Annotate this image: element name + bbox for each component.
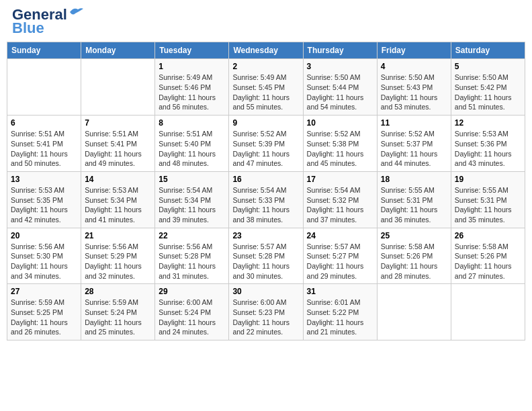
day-info: Sunrise: 5:51 AM Sunset: 5:40 PM Dayligh…: [159, 129, 225, 169]
day-number: 7: [85, 118, 151, 128]
day-number: 27: [11, 287, 77, 296]
day-info: Sunrise: 5:51 AM Sunset: 5:41 PM Dayligh…: [11, 129, 77, 169]
day-number: 30: [232, 287, 299, 296]
day-number: 20: [11, 231, 77, 240]
weekday-header-friday: Friday: [377, 42, 451, 59]
day-number: 26: [455, 231, 521, 240]
weekday-header-sunday: Sunday: [7, 42, 81, 59]
day-info: Sunrise: 5:53 AM Sunset: 5:35 PM Dayligh…: [11, 185, 77, 225]
day-info: Sunrise: 5:59 AM Sunset: 5:25 PM Dayligh…: [11, 298, 77, 337]
calendar-cell: 20Sunrise: 5:56 AM Sunset: 5:30 PM Dayli…: [7, 228, 81, 284]
weekday-header-thursday: Thursday: [303, 42, 377, 59]
day-number: 19: [455, 175, 521, 184]
day-info: Sunrise: 6:01 AM Sunset: 5:22 PM Dayligh…: [307, 298, 373, 337]
day-number: 13: [11, 175, 77, 184]
day-info: Sunrise: 5:50 AM Sunset: 5:44 PM Dayligh…: [307, 73, 373, 112]
day-info: Sunrise: 5:54 AM Sunset: 5:33 PM Dayligh…: [232, 185, 299, 225]
day-info: Sunrise: 5:56 AM Sunset: 5:28 PM Dayligh…: [159, 242, 225, 281]
day-info: Sunrise: 5:57 AM Sunset: 5:28 PM Dayligh…: [232, 242, 299, 281]
calendar-cell: 30Sunrise: 6:00 AM Sunset: 5:23 PM Dayli…: [229, 284, 303, 340]
day-number: 24: [307, 231, 373, 240]
calendar-header-row: SundayMondayTuesdayWednesdayThursdayFrid…: [7, 42, 525, 59]
day-info: Sunrise: 5:55 AM Sunset: 5:31 PM Dayligh…: [381, 185, 447, 225]
calendar-cell: 18Sunrise: 5:55 AM Sunset: 5:31 PM Dayli…: [377, 171, 451, 228]
day-info: Sunrise: 5:53 AM Sunset: 5:34 PM Dayligh…: [85, 185, 151, 225]
day-info: Sunrise: 5:58 AM Sunset: 5:26 PM Dayligh…: [455, 242, 521, 281]
calendar-cell: 29Sunrise: 6:00 AM Sunset: 5:24 PM Dayli…: [155, 284, 229, 340]
day-info: Sunrise: 5:52 AM Sunset: 5:39 PM Dayligh…: [232, 129, 299, 169]
day-number: 18: [381, 175, 447, 184]
day-number: 10: [307, 118, 373, 128]
day-info: Sunrise: 5:49 AM Sunset: 5:45 PM Dayligh…: [232, 73, 299, 112]
calendar-cell: 1Sunrise: 5:49 AM Sunset: 5:46 PM Daylig…: [155, 59, 229, 116]
calendar-cell: 22Sunrise: 5:56 AM Sunset: 5:28 PM Dayli…: [155, 228, 229, 284]
day-number: 1: [159, 62, 225, 71]
calendar-cell: [7, 59, 81, 116]
calendar-cell: 25Sunrise: 5:58 AM Sunset: 5:26 PM Dayli…: [377, 228, 451, 284]
calendar-week-row: 13Sunrise: 5:53 AM Sunset: 5:35 PM Dayli…: [7, 171, 525, 228]
logo-blue-text: Blue: [12, 20, 44, 36]
calendar-cell: 28Sunrise: 5:59 AM Sunset: 5:24 PM Dayli…: [81, 284, 155, 340]
calendar-cell: 3Sunrise: 5:50 AM Sunset: 5:44 PM Daylig…: [303, 59, 377, 116]
day-info: Sunrise: 5:56 AM Sunset: 5:30 PM Dayligh…: [11, 242, 77, 281]
calendar-cell: 27Sunrise: 5:59 AM Sunset: 5:25 PM Dayli…: [7, 284, 81, 340]
calendar-cell: 9Sunrise: 5:52 AM Sunset: 5:39 PM Daylig…: [229, 116, 303, 172]
day-number: 14: [85, 175, 151, 184]
day-number: 25: [381, 231, 447, 240]
day-number: 5: [455, 62, 521, 71]
calendar-cell: 11Sunrise: 5:52 AM Sunset: 5:37 PM Dayli…: [377, 116, 451, 172]
calendar-cell: 24Sunrise: 5:57 AM Sunset: 5:27 PM Dayli…: [303, 228, 377, 284]
weekday-header-monday: Monday: [81, 42, 155, 59]
day-number: 4: [381, 62, 447, 71]
day-info: Sunrise: 5:55 AM Sunset: 5:31 PM Dayligh…: [455, 185, 521, 225]
day-info: Sunrise: 5:53 AM Sunset: 5:36 PM Dayligh…: [455, 129, 521, 169]
calendar-cell: 7Sunrise: 5:51 AM Sunset: 5:41 PM Daylig…: [81, 116, 155, 172]
calendar-cell: 31Sunrise: 6:01 AM Sunset: 5:22 PM Dayli…: [303, 284, 377, 340]
calendar-week-row: 20Sunrise: 5:56 AM Sunset: 5:30 PM Dayli…: [7, 228, 525, 284]
day-info: Sunrise: 5:52 AM Sunset: 5:38 PM Dayligh…: [307, 129, 373, 169]
day-number: 3: [307, 62, 373, 71]
calendar-cell: 8Sunrise: 5:51 AM Sunset: 5:40 PM Daylig…: [155, 116, 229, 172]
calendar-cell: [81, 59, 155, 116]
day-info: Sunrise: 5:54 AM Sunset: 5:32 PM Dayligh…: [307, 185, 373, 225]
calendar-cell: 23Sunrise: 5:57 AM Sunset: 5:28 PM Dayli…: [229, 228, 303, 284]
calendar-table: SundayMondayTuesdayWednesdayThursdayFrid…: [7, 42, 525, 340]
day-number: 16: [232, 175, 299, 184]
day-info: Sunrise: 5:52 AM Sunset: 5:37 PM Dayligh…: [381, 129, 447, 169]
day-info: Sunrise: 5:58 AM Sunset: 5:26 PM Dayligh…: [381, 242, 447, 281]
calendar-week-row: 6Sunrise: 5:51 AM Sunset: 5:41 PM Daylig…: [7, 116, 525, 172]
calendar-cell: 17Sunrise: 5:54 AM Sunset: 5:32 PM Dayli…: [303, 171, 377, 228]
day-number: 23: [232, 231, 299, 240]
calendar-cell: 21Sunrise: 5:56 AM Sunset: 5:29 PM Dayli…: [81, 228, 155, 284]
day-info: Sunrise: 5:59 AM Sunset: 5:24 PM Dayligh…: [85, 298, 151, 337]
day-info: Sunrise: 5:57 AM Sunset: 5:27 PM Dayligh…: [307, 242, 373, 281]
weekday-header-wednesday: Wednesday: [229, 42, 303, 59]
day-info: Sunrise: 5:54 AM Sunset: 5:34 PM Dayligh…: [159, 185, 225, 225]
day-number: 11: [381, 118, 447, 128]
calendar-week-row: 1Sunrise: 5:49 AM Sunset: 5:46 PM Daylig…: [7, 59, 525, 116]
calendar-cell: 15Sunrise: 5:54 AM Sunset: 5:34 PM Dayli…: [155, 171, 229, 228]
calendar-body: 1Sunrise: 5:49 AM Sunset: 5:46 PM Daylig…: [7, 59, 525, 340]
calendar-cell: 10Sunrise: 5:52 AM Sunset: 5:38 PM Dayli…: [303, 116, 377, 172]
calendar-cell: 6Sunrise: 5:51 AM Sunset: 5:41 PM Daylig…: [7, 116, 81, 172]
day-info: Sunrise: 5:51 AM Sunset: 5:41 PM Dayligh…: [85, 129, 151, 169]
day-number: 9: [232, 118, 299, 128]
calendar-cell: 2Sunrise: 5:49 AM Sunset: 5:45 PM Daylig…: [229, 59, 303, 116]
weekday-header-saturday: Saturday: [451, 42, 525, 59]
day-info: Sunrise: 5:50 AM Sunset: 5:42 PM Dayligh…: [455, 73, 521, 112]
day-info: Sunrise: 6:00 AM Sunset: 5:24 PM Dayligh…: [159, 298, 225, 337]
day-number: 31: [307, 287, 373, 296]
calendar-cell: 26Sunrise: 5:58 AM Sunset: 5:26 PM Dayli…: [451, 228, 525, 284]
calendar-cell: [451, 284, 525, 340]
day-number: 21: [85, 231, 151, 240]
day-info: Sunrise: 5:56 AM Sunset: 5:29 PM Dayligh…: [85, 242, 151, 281]
day-number: 2: [232, 62, 299, 71]
calendar-cell: 14Sunrise: 5:53 AM Sunset: 5:34 PM Dayli…: [81, 171, 155, 228]
calendar-cell: 12Sunrise: 5:53 AM Sunset: 5:36 PM Dayli…: [451, 116, 525, 172]
day-number: 8: [159, 118, 225, 128]
weekday-header-tuesday: Tuesday: [155, 42, 229, 59]
day-number: 17: [307, 175, 373, 184]
day-number: 12: [455, 118, 521, 128]
calendar-week-row: 27Sunrise: 5:59 AM Sunset: 5:25 PM Dayli…: [7, 284, 525, 340]
calendar-cell: 19Sunrise: 5:55 AM Sunset: 5:31 PM Dayli…: [451, 171, 525, 228]
